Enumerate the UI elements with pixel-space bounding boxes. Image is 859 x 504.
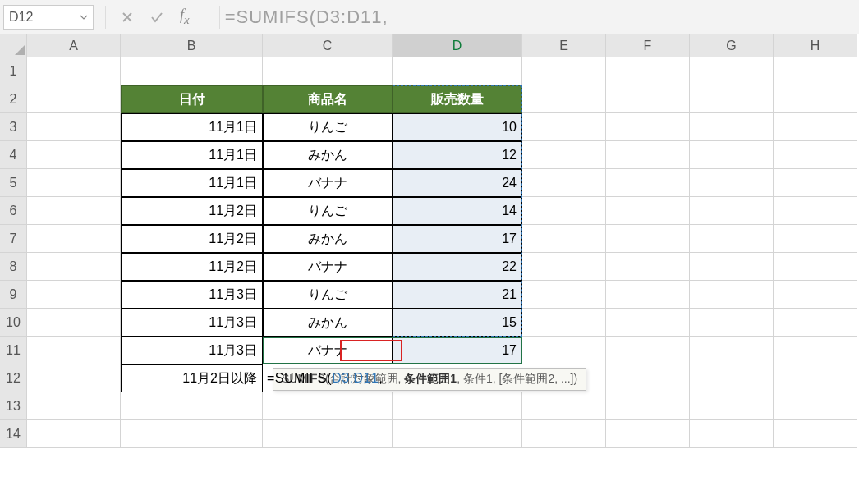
column-header[interactable]: E <box>522 34 606 57</box>
cell[interactable] <box>606 309 690 337</box>
cell[interactable] <box>606 85 690 113</box>
cell[interactable] <box>121 57 263 85</box>
cell[interactable] <box>121 392 263 420</box>
select-all-corner[interactable] <box>0 34 27 57</box>
cell[interactable] <box>690 281 774 309</box>
cell[interactable] <box>774 253 857 281</box>
cell[interactable] <box>522 392 606 420</box>
cell[interactable] <box>690 225 774 253</box>
cell[interactable] <box>774 113 857 141</box>
cell[interactable] <box>263 420 393 448</box>
cell[interactable] <box>774 85 857 113</box>
cell[interactable] <box>27 225 121 253</box>
row-header[interactable]: 4 <box>0 141 27 169</box>
column-header[interactable]: A <box>27 34 121 57</box>
cell[interactable] <box>393 57 522 85</box>
cell[interactable] <box>774 337 857 364</box>
cell[interactable] <box>522 85 606 113</box>
cell[interactable] <box>774 169 857 197</box>
cell[interactable] <box>263 392 393 420</box>
cell[interactable] <box>606 169 690 197</box>
cell[interactable] <box>522 420 606 448</box>
cell[interactable] <box>27 169 121 197</box>
cell[interactable] <box>774 420 857 448</box>
row-header[interactable]: 11 <box>0 337 27 364</box>
enter-icon[interactable] <box>150 11 163 24</box>
row-header[interactable]: 12 <box>0 364 27 392</box>
column-header[interactable]: B <box>121 34 263 57</box>
cell[interactable] <box>606 337 690 364</box>
cell[interactable] <box>27 392 121 420</box>
column-header[interactable]: C <box>263 34 393 57</box>
row-header[interactable]: 5 <box>0 169 27 197</box>
cell[interactable] <box>606 420 690 448</box>
cell[interactable] <box>690 57 774 85</box>
dropdown-icon[interactable] <box>80 13 88 21</box>
column-header[interactable]: F <box>606 34 690 57</box>
cell[interactable] <box>27 197 121 225</box>
cell[interactable] <box>27 113 121 141</box>
cell[interactable] <box>522 225 606 253</box>
cell[interactable] <box>690 113 774 141</box>
row-header[interactable]: 10 <box>0 309 27 337</box>
cell[interactable] <box>522 309 606 337</box>
row-header[interactable]: 7 <box>0 225 27 253</box>
cell[interactable] <box>774 364 857 392</box>
cell[interactable] <box>690 420 774 448</box>
cell[interactable] <box>690 85 774 113</box>
cell[interactable] <box>774 197 857 225</box>
cell[interactable] <box>606 281 690 309</box>
row-header[interactable]: 14 <box>0 420 27 448</box>
cell[interactable] <box>606 364 690 392</box>
cell[interactable] <box>522 141 606 169</box>
cell[interactable] <box>27 141 121 169</box>
cell[interactable] <box>690 169 774 197</box>
cancel-icon[interactable] <box>121 11 134 24</box>
cell[interactable] <box>774 392 857 420</box>
row-header[interactable]: 9 <box>0 281 27 309</box>
column-header[interactable]: G <box>690 34 774 57</box>
cell[interactable] <box>606 197 690 225</box>
cell[interactable] <box>263 57 393 85</box>
cell[interactable] <box>606 253 690 281</box>
formula-input[interactable]: =SUMIFS(D3:D11, <box>225 7 859 28</box>
cell[interactable] <box>690 337 774 364</box>
row-header[interactable]: 13 <box>0 392 27 420</box>
cell[interactable] <box>606 113 690 141</box>
column-header[interactable]: D <box>393 34 522 57</box>
row-header[interactable]: 1 <box>0 57 27 85</box>
cell[interactable] <box>690 364 774 392</box>
cell[interactable] <box>393 420 522 448</box>
row-header[interactable]: 3 <box>0 113 27 141</box>
cell[interactable] <box>606 225 690 253</box>
cell[interactable] <box>774 225 857 253</box>
cell[interactable] <box>27 364 121 392</box>
cell[interactable] <box>522 281 606 309</box>
cell[interactable] <box>774 309 857 337</box>
cell[interactable] <box>774 141 857 169</box>
cell[interactable] <box>690 253 774 281</box>
cell[interactable] <box>121 420 263 448</box>
cell[interactable] <box>690 197 774 225</box>
fx-icon[interactable]: fx <box>180 7 190 27</box>
row-header[interactable]: 6 <box>0 197 27 225</box>
cell[interactable] <box>522 57 606 85</box>
row-header[interactable]: 2 <box>0 85 27 113</box>
cell[interactable] <box>606 141 690 169</box>
cell[interactable] <box>27 85 121 113</box>
cell[interactable] <box>27 309 121 337</box>
cell[interactable] <box>774 57 857 85</box>
cell[interactable] <box>690 309 774 337</box>
row-header[interactable]: 8 <box>0 253 27 281</box>
cell[interactable] <box>774 281 857 309</box>
cell[interactable] <box>522 253 606 281</box>
cell[interactable] <box>27 420 121 448</box>
cell[interactable] <box>690 141 774 169</box>
cell[interactable] <box>522 337 606 364</box>
column-header[interactable]: H <box>774 34 857 57</box>
cell[interactable] <box>522 169 606 197</box>
cell[interactable] <box>27 253 121 281</box>
cell[interactable] <box>690 392 774 420</box>
cell[interactable] <box>27 57 121 85</box>
cell[interactable] <box>393 392 522 420</box>
